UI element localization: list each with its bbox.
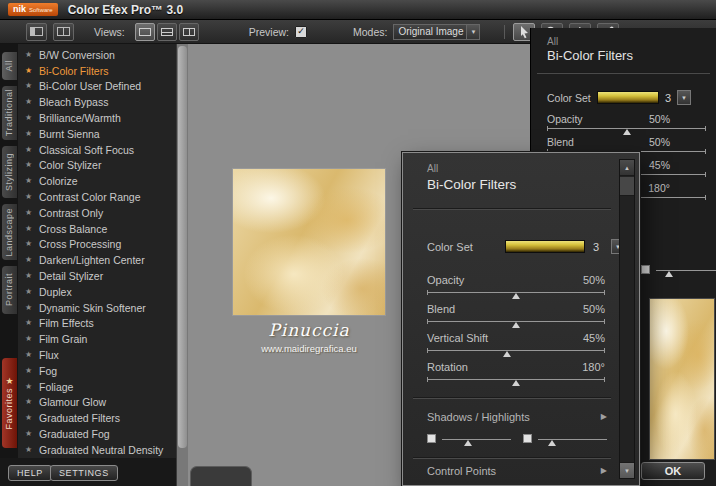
filter-list-item[interactable]: ★ Colorize [18,173,176,189]
slider-track[interactable] [427,350,605,351]
filter-list-item[interactable]: ★ Fog [18,363,176,379]
color-set-swatch[interactable] [505,240,585,253]
scrollbar-thumb[interactable] [620,177,634,196]
expander-right-icon[interactable]: ▶ [601,413,607,421]
color-set-swatch[interactable] [597,91,659,104]
filter-list-item[interactable]: ★ Cross Processing [18,237,176,253]
favorite-star-icon[interactable]: ★ [25,256,34,264]
favorite-star-icon[interactable]: ★ [25,351,34,359]
favorite-star-icon[interactable]: ★ [25,335,34,343]
filter-list-item[interactable]: ★ Bi-Color User Defined [18,79,176,95]
favorite-star-icon[interactable]: ★ [25,272,34,280]
chevron-down-icon[interactable]: ▼ [466,25,479,39]
view-single-button[interactable] [135,23,155,41]
slider-handle[interactable] [548,440,556,446]
slider-handle[interactable] [665,271,673,277]
filter-list-item[interactable]: ★ Color Stylizer [18,158,176,174]
favorite-star-icon[interactable]: ★ [25,146,34,154]
filter-list-item[interactable]: ★ Film Effects [18,316,176,332]
favorite-star-icon[interactable]: ★ [25,67,34,75]
expander-right-icon[interactable]: ▶ [601,467,607,475]
slider-track[interactable] [656,270,716,271]
favorite-star-icon[interactable]: ★ [25,240,34,248]
tab-portrait[interactable]: Portrait [2,266,17,314]
filter-list-item[interactable]: ★ Duplex [18,284,176,300]
slider-track[interactable] [427,321,605,322]
favorite-star-icon[interactable]: ★ [25,430,34,438]
favorite-star-icon[interactable]: ★ [25,98,34,106]
highlight-color-chip[interactable] [641,265,650,274]
tab-landscape[interactable]: Landscape [2,204,17,260]
favorite-star-icon[interactable]: ★ [25,398,34,406]
shadows-highlights-section[interactable]: Shadows / Highlights ▶ [427,411,607,425]
slider-handle[interactable] [503,351,511,357]
favorite-star-icon[interactable]: ★ [25,446,34,454]
favorite-star-icon[interactable]: ★ [25,367,34,375]
floating-filter-panel[interactable]: All Bi-Color Filters Color Set 3 ▼ Opaci… [402,152,640,486]
favorite-star-icon[interactable]: ★ [25,225,34,233]
favorite-star-icon[interactable]: ★ [25,319,34,327]
color-set-dropdown[interactable]: ▼ [677,90,691,105]
favorite-star-icon[interactable]: ★ [25,414,34,422]
slider-track[interactable] [427,379,605,380]
modes-dropdown[interactable]: Original Image ▼ [393,24,480,40]
slider-track[interactable] [442,439,511,440]
slider-track[interactable] [538,439,607,440]
control-points-section[interactable]: Control Points ▶ [427,465,607,479]
filter-list-item[interactable]: ★ Brilliance/Warmth [18,110,176,126]
filter-list-scrollbar[interactable] [176,44,188,486]
panel-scrollbar[interactable]: ▲ ▼ [619,159,635,479]
preview-image[interactable] [232,168,386,316]
filter-list-item[interactable]: ★ Bi-Color Filters [18,63,176,79]
filter-list-item[interactable]: ★ Classical Soft Focus [18,142,176,158]
panel-layout-single-button[interactable] [26,23,47,41]
favorite-star-icon[interactable]: ★ [25,383,34,391]
filter-list-item[interactable]: ★ Detail Stylizer [18,268,176,284]
favorite-star-icon[interactable]: ★ [25,130,34,138]
filter-list-item[interactable]: ★ Contrast Color Range [18,189,176,205]
filter-list-item[interactable]: ★ Darken/Lighten Center [18,252,176,268]
filter-list-item[interactable]: ★ Cross Balance [18,221,176,237]
ok-button[interactable]: OK [641,462,705,480]
filter-list-item[interactable]: ★ Dynamic Skin Softener [18,300,176,316]
filter-list-item[interactable]: ★ Graduated Fog [18,426,176,442]
favorite-star-icon[interactable]: ★ [25,51,34,59]
favorite-star-icon[interactable]: ★ [25,177,34,185]
filter-list-item[interactable]: ★ Graduated Neutral Density [18,442,176,458]
slider-handle[interactable] [464,440,472,446]
favorite-star-icon[interactable]: ★ [25,209,34,217]
slider-handle[interactable] [512,380,520,386]
scroll-up-button[interactable]: ▲ [620,160,634,176]
scroll-down-button[interactable]: ▼ [620,462,634,478]
bottom-panel-tab[interactable] [190,466,252,486]
slider-handle[interactable] [512,293,520,299]
slider-track[interactable] [547,128,706,129]
view-split-vertical-button[interactable] [179,23,199,41]
filter-list-item[interactable]: ★ Burnt Sienna [18,126,176,142]
filter-list-item[interactable]: ★ Flux [18,347,176,363]
favorite-star-icon[interactable]: ★ [25,193,34,201]
filter-list-item[interactable]: ★ Foliage [18,379,176,395]
tab-stylizing[interactable]: Stylizing [2,146,17,198]
favorite-star-icon[interactable]: ★ [25,288,34,296]
tab-favorites[interactable]: ★ Favorites [2,358,17,448]
filter-list-item[interactable]: ★ Graduated Filters [18,410,176,426]
tab-traditional[interactable]: Traditional [2,86,17,140]
slider-track[interactable] [427,292,605,293]
filter-list-item[interactable]: ★ B/W Conversion [18,47,176,63]
scrollbar-thumb[interactable] [178,46,187,448]
filter-list-item[interactable]: ★ Film Grain [18,331,176,347]
highlight-color-chip[interactable] [523,434,532,443]
favorite-star-icon[interactable]: ★ [25,304,34,312]
filter-list-item[interactable]: ★ Contrast Only [18,205,176,221]
filter-list-item[interactable]: ★ Glamour Glow [18,395,176,411]
favorite-star-icon[interactable]: ★ [25,114,34,122]
shadow-color-chip[interactable] [427,434,436,443]
view-split-horizontal-button[interactable] [157,23,177,41]
favorite-star-icon[interactable]: ★ [25,161,34,169]
favorite-star-icon[interactable]: ★ [25,82,34,90]
slider-handle[interactable] [512,322,520,328]
settings-button[interactable]: SETTINGS [50,465,118,481]
tab-all[interactable]: All [2,52,17,80]
filter-list-item[interactable]: ★ Bleach Bypass [18,94,176,110]
